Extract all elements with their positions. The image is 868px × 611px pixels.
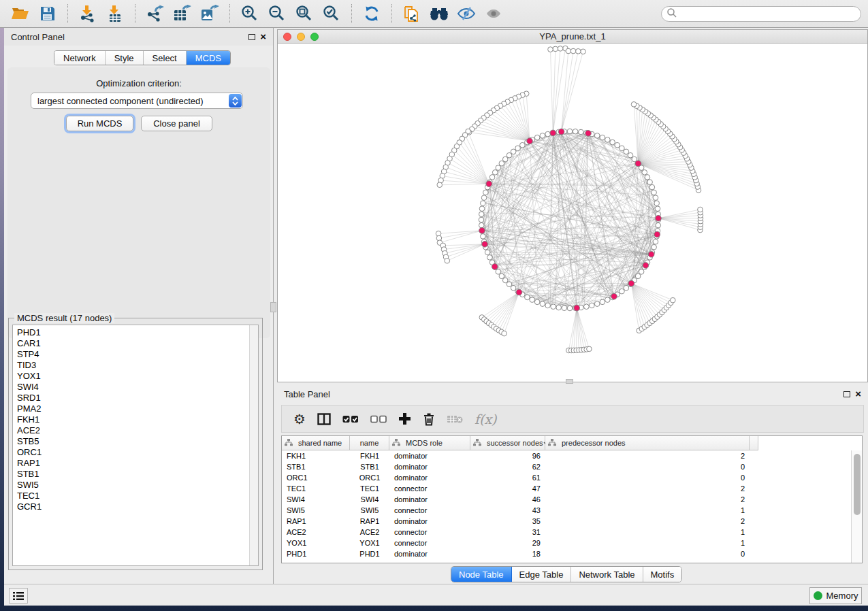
function-builder-icon[interactable]: f(x) — [475, 412, 497, 427]
mcds-result-item[interactable]: TEC1 — [13, 491, 258, 501]
tab-style[interactable]: Style — [106, 51, 144, 65]
column-header-successor-nodes[interactable]: successor nodes — [470, 436, 545, 450]
table-row[interactable]: STB1STB1dominator620 — [282, 461, 850, 472]
refresh-view-icon[interactable] — [360, 3, 383, 24]
cell-successor-nodes: 35 — [470, 517, 545, 525]
cell-predecessor-nodes: 2 — [545, 517, 750, 525]
table-tabs: Node TableEdge TableNetwork TableMotifs — [451, 566, 682, 582]
network-canvas[interactable] — [278, 44, 867, 382]
close-table-panel-icon[interactable]: × — [855, 391, 861, 397]
table-row[interactable]: TEC1TEC1connector472 — [282, 483, 850, 494]
mcds-list-scrollbar[interactable] — [249, 325, 258, 565]
column-tree-icon — [473, 439, 481, 448]
close-panel-icon[interactable]: × — [260, 33, 266, 40]
add-column-icon[interactable] — [398, 412, 411, 425]
delete-column-icon[interactable] — [423, 412, 435, 426]
tab-select[interactable]: Select — [144, 51, 187, 65]
mcds-result-item[interactable]: ORC1 — [13, 447, 258, 458]
import-table-icon[interactable] — [103, 3, 127, 24]
table-scrollbar[interactable] — [851, 450, 862, 563]
mcds-result-item[interactable]: STB1 — [13, 469, 258, 480]
tab-mcds[interactable]: MCDS — [187, 51, 230, 65]
mcds-result-group: MCDS result (17 nodes) PHD1CAR1STP4TID3Y… — [8, 318, 263, 570]
cell-MCDS-role: dominator — [389, 463, 470, 471]
memory-button[interactable]: Memory — [809, 587, 862, 604]
mcds-result-list[interactable]: PHD1CAR1STP4TID3YOX1SWI4SRD1PMA2FKH1ACE2… — [12, 325, 259, 566]
table-row[interactable]: ACE2ACE2connector311 — [282, 527, 850, 538]
cell-predecessor-nodes: 2 — [545, 495, 750, 503]
mcds-result-item[interactable]: ACE2 — [13, 425, 258, 436]
close-panel-button[interactable]: Close panel — [141, 116, 212, 131]
split-view-icon[interactable] — [317, 413, 331, 425]
cell-name: SWI4 — [350, 495, 389, 503]
float-panel-icon[interactable] — [248, 34, 255, 40]
table-row[interactable]: RAP1RAP1dominator352 — [282, 516, 850, 527]
mcds-result-item[interactable]: PHD1 — [13, 327, 258, 338]
mcds-result-item[interactable]: SRD1 — [13, 393, 258, 403]
clone-network-icon[interactable] — [400, 3, 423, 24]
zoom-selected-icon[interactable] — [320, 3, 343, 24]
mcds-result-item[interactable]: SWI5 — [13, 480, 258, 491]
export-table-icon[interactable] — [171, 3, 194, 24]
export-network-icon[interactable] — [144, 3, 167, 24]
zoom-out-icon[interactable] — [266, 3, 289, 24]
column-header-MCDS-role[interactable]: MCDS role — [389, 436, 470, 450]
export-image-icon[interactable] — [198, 3, 221, 24]
mcds-result-item[interactable]: STB5 — [13, 436, 258, 447]
table-row[interactable]: ORC1ORC1dominator610 — [282, 472, 850, 483]
mcds-result-item[interactable]: GCR1 — [13, 501, 258, 512]
table-row[interactable]: FKH1FKH1dominator962 — [282, 450, 850, 461]
mcds-result-item[interactable]: STP4 — [13, 349, 258, 360]
column-header-name[interactable]: name — [350, 436, 389, 450]
table-row[interactable]: PHD1PHD1dominator180 — [282, 548, 850, 559]
hide-selected-eye-icon[interactable] — [455, 3, 478, 24]
mcds-result-title: MCDS result (17 nodes) — [14, 313, 114, 323]
table-row[interactable]: SWI5SWI5connector431 — [282, 505, 850, 516]
cell-MCDS-role: dominator — [389, 474, 470, 482]
search-field[interactable] — [661, 6, 861, 22]
zoom-in-icon[interactable] — [238, 3, 261, 24]
tab-edge-table[interactable]: Edge Table — [512, 567, 572, 582]
cell-shared-name: FKH1 — [282, 452, 350, 460]
column-header-shared-name[interactable]: shared name — [282, 436, 350, 450]
horizontal-splitter-handle[interactable] — [566, 379, 573, 384]
mcds-result-item[interactable]: RAP1 — [13, 458, 258, 469]
mcds-result-item[interactable]: FKH1 — [13, 414, 258, 425]
table-scrollbar-thumb[interactable] — [854, 454, 861, 515]
float-table-panel-icon[interactable] — [843, 391, 850, 397]
tab-network-table[interactable]: Network Table — [571, 567, 643, 582]
search-network-icon[interactable] — [428, 3, 451, 24]
vertical-splitter-handle[interactable] — [270, 302, 276, 312]
table-row[interactable]: YOX1YOX1connector291 — [282, 538, 850, 548]
zoom-fit-icon[interactable] — [293, 3, 316, 24]
cell-MCDS-role: dominator — [389, 517, 470, 525]
table-row[interactable]: SWI4SWI4dominator462 — [282, 494, 850, 505]
search-input[interactable] — [677, 10, 861, 19]
cell-successor-nodes: 18 — [470, 550, 545, 558]
tab-network[interactable]: Network — [54, 51, 106, 65]
node-table-header: shared namenameMCDS rolesuccessor nodesp… — [282, 436, 750, 450]
show-all-eye-icon[interactable] — [482, 3, 505, 24]
column-header-predecessor-nodes[interactable]: predecessor nodes — [545, 436, 750, 450]
select-all-icon[interactable] — [342, 415, 359, 423]
run-mcds-button[interactable]: Run MCDS — [66, 116, 133, 131]
task-history-button[interactable] — [9, 588, 28, 604]
deselect-all-icon[interactable] — [370, 415, 387, 423]
mcds-result-item[interactable]: SWI4 — [13, 382, 258, 393]
mcds-result-item[interactable]: PMA2 — [13, 403, 258, 414]
cell-predecessor-nodes: 0 — [545, 474, 750, 482]
open-session-icon[interactable] — [9, 3, 32, 24]
mcds-result-item[interactable]: CAR1 — [13, 338, 258, 349]
criterion-dropdown[interactable]: largest connected component (undirected) — [31, 93, 243, 109]
toolbar-separator — [229, 4, 230, 23]
save-session-icon[interactable] — [36, 3, 59, 24]
mcds-result-item[interactable]: TID3 — [13, 360, 258, 371]
cell-successor-nodes: 47 — [470, 484, 545, 493]
import-network-icon[interactable] — [76, 3, 99, 24]
mcds-result-item[interactable]: YOX1 — [13, 371, 258, 382]
tab-node-table[interactable]: Node Table — [451, 567, 512, 582]
toolbar-separator — [391, 4, 392, 23]
table-options-gear-icon[interactable]: ⚙ — [293, 411, 306, 427]
tab-motifs[interactable]: Motifs — [643, 567, 682, 582]
delete-table-icon[interactable] — [447, 414, 463, 424]
